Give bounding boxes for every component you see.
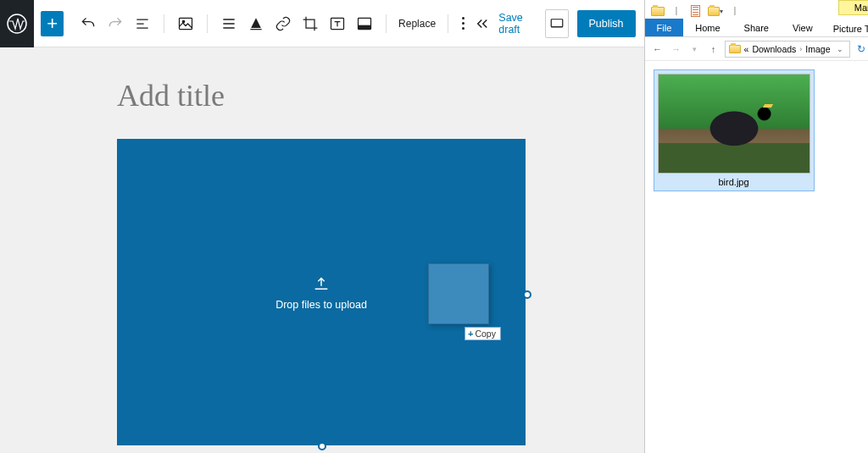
qa-new-folder-button[interactable]: ▾ xyxy=(708,5,723,17)
breadcrumb-downloads[interactable]: Downloads xyxy=(752,44,796,54)
nav-forward-button[interactable]: → xyxy=(669,44,684,54)
ribbon-tab-view[interactable]: View xyxy=(781,19,825,36)
post-title-input[interactable]: Add title xyxy=(117,78,225,113)
explorer-navbar: ← → ▾ ↑ « Downloads › Image ⌄ ↻ xyxy=(645,37,868,61)
svg-rect-5 xyxy=(359,25,371,29)
svg-rect-1 xyxy=(180,18,192,29)
chevrons-left-icon xyxy=(475,16,490,31)
properties-icon xyxy=(691,5,700,17)
link-icon xyxy=(275,15,292,32)
ribbon-tab-file[interactable]: File xyxy=(645,19,684,36)
redo-button[interactable] xyxy=(103,11,128,36)
collapse-sidebar-button[interactable] xyxy=(475,16,490,31)
wordpress-icon xyxy=(7,14,27,34)
undo-button[interactable] xyxy=(75,11,101,36)
image-block-button[interactable] xyxy=(173,11,198,36)
preview-icon xyxy=(549,16,565,31)
ribbon-tab-home[interactable]: Home xyxy=(683,19,732,36)
duotone-button[interactable] xyxy=(352,11,377,36)
quick-access-toolbar: | ▾ | xyxy=(650,5,742,17)
address-bar[interactable]: « Downloads › Image ⌄ xyxy=(725,41,850,58)
qa-properties-button[interactable] xyxy=(687,5,703,17)
separator-icon: | xyxy=(733,5,736,17)
block-tools-group xyxy=(211,11,382,36)
resize-handle-right[interactable] xyxy=(523,290,531,299)
toolbar-separator xyxy=(207,14,208,33)
block-type-group xyxy=(168,11,203,36)
align-icon xyxy=(220,15,237,32)
dot-icon xyxy=(462,17,465,19)
ribbon-tab-share[interactable]: Share xyxy=(732,19,781,36)
image-icon xyxy=(177,15,194,32)
thumbnail-image xyxy=(658,74,810,174)
crop-button[interactable] xyxy=(298,11,323,36)
preview-button[interactable] xyxy=(545,9,568,38)
block-more-button[interactable] xyxy=(452,11,475,36)
save-draft-button[interactable]: Save draft xyxy=(498,12,537,36)
nav-back-button[interactable]: ← xyxy=(650,44,665,54)
editor-toolbar: + Replace xyxy=(0,0,644,47)
refresh-button[interactable]: ↻ xyxy=(854,43,868,55)
folder-icon xyxy=(729,45,741,53)
file-name-label: bird.jpg xyxy=(658,177,810,187)
outline-icon xyxy=(134,15,151,32)
document-outline-button[interactable] xyxy=(130,11,155,36)
link-button[interactable] xyxy=(270,11,296,36)
align-button[interactable] xyxy=(216,11,242,36)
caption-icon xyxy=(248,15,264,32)
address-dropdown-button[interactable]: ⌄ xyxy=(834,45,846,53)
text-overlay-button[interactable] xyxy=(325,11,350,36)
toolbar-separator xyxy=(448,14,448,33)
toolbar-separator xyxy=(164,14,164,33)
publish-button[interactable]: Publish xyxy=(577,10,636,37)
separator-icon: | xyxy=(676,5,678,17)
svg-rect-6 xyxy=(551,19,563,26)
folder-icon xyxy=(708,7,720,16)
resize-handle-bottom[interactable] xyxy=(318,442,326,450)
add-block-button[interactable]: + xyxy=(41,11,64,36)
explorer-ribbon: File Home Share View Picture Tools xyxy=(645,17,868,37)
toolbar-right: Save draft Publish xyxy=(475,9,643,38)
dropzone-text: Drop files to upload xyxy=(275,299,367,311)
editor-canvas[interactable]: Add title Drop files to upload + Copy xyxy=(0,47,644,453)
breadcrumb-root[interactable]: « xyxy=(744,44,749,54)
explorer-body[interactable]: bird.jpg xyxy=(645,61,868,453)
history-group xyxy=(70,11,160,36)
drag-hint-text: Copy xyxy=(475,329,496,339)
duotone-icon xyxy=(356,15,373,32)
text-overlay-icon xyxy=(329,15,346,32)
folder-icon xyxy=(651,7,665,16)
ribbon-tab-picture-tools[interactable]: Picture Tools xyxy=(825,22,868,36)
file-thumbnail[interactable]: bird.jpg xyxy=(654,69,815,191)
drag-hint-badge: + Copy xyxy=(465,327,501,340)
crop-icon xyxy=(302,15,319,32)
wordpress-logo[interactable] xyxy=(0,0,34,47)
replace-button[interactable]: Replace xyxy=(390,13,444,35)
caption-button[interactable] xyxy=(243,11,269,36)
explorer-titlebar: | ▾ | Manage Image xyxy=(645,0,868,17)
context-tab-manage[interactable]: Manage xyxy=(838,0,868,15)
title-group: Manage Image xyxy=(838,0,868,15)
screen: + Replace xyxy=(0,0,868,453)
nav-recent-button[interactable]: ▾ xyxy=(687,45,703,53)
redo-icon xyxy=(107,15,124,32)
undo-icon xyxy=(80,15,97,32)
nav-up-button[interactable]: ↑ xyxy=(706,44,721,54)
breadcrumb-image[interactable]: Image xyxy=(805,44,830,54)
toolbar-separator xyxy=(386,14,387,33)
dot-icon xyxy=(462,27,465,30)
upload-icon xyxy=(312,273,331,292)
chevron-right-icon: › xyxy=(799,45,802,53)
svg-point-2 xyxy=(182,20,185,23)
qa-folder-button[interactable] xyxy=(650,5,665,17)
drag-preview xyxy=(428,263,489,324)
plus-icon: + xyxy=(468,329,473,339)
file-explorer: | ▾ | Manage Image File Home Share View … xyxy=(644,0,868,453)
wordpress-editor: + Replace xyxy=(0,0,644,453)
dot-icon xyxy=(462,22,465,25)
